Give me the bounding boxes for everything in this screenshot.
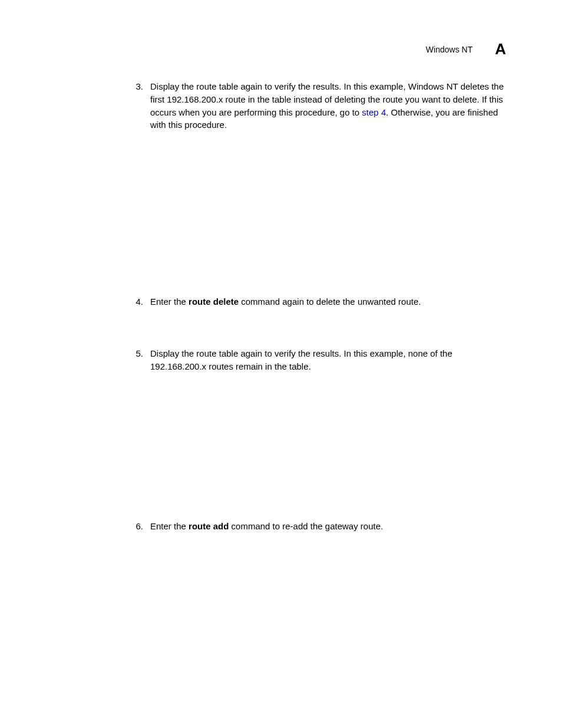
header-appendix-letter: A (495, 40, 506, 58)
step-4-link[interactable]: step 4 (362, 107, 386, 117)
step-text-part: Enter the (150, 521, 189, 531)
step-6: 6. Enter the route add command to re-add… (133, 520, 509, 533)
command-name: route add (189, 521, 229, 531)
step-4: 4. Enter the route delete command again … (133, 295, 509, 308)
step-number: 6. (133, 520, 143, 533)
step-number: 5. (133, 347, 143, 373)
step-text-part: Enter the (150, 297, 189, 307)
step-text: Enter the route delete command again to … (150, 295, 509, 308)
page-content: 3. Display the route table again to veri… (133, 80, 509, 533)
step-number: 3. (133, 80, 143, 131)
header-title: Windows NT (426, 45, 472, 54)
page-header: Windows NT A (426, 40, 506, 58)
step-text: Enter the route add command to re-add th… (150, 520, 509, 533)
step-5: 5. Display the route table again to veri… (133, 347, 509, 373)
step-3: 3. Display the route table again to veri… (133, 80, 509, 131)
step-text: Display the route table again to verify … (150, 80, 509, 131)
step-number: 4. (133, 295, 143, 308)
step-text-part: command again to delete the unwanted rou… (239, 297, 421, 307)
step-text-part: command to re-add the gateway route. (229, 521, 383, 531)
step-text: Display the route table again to verify … (150, 347, 509, 373)
command-name: route delete (189, 297, 239, 307)
